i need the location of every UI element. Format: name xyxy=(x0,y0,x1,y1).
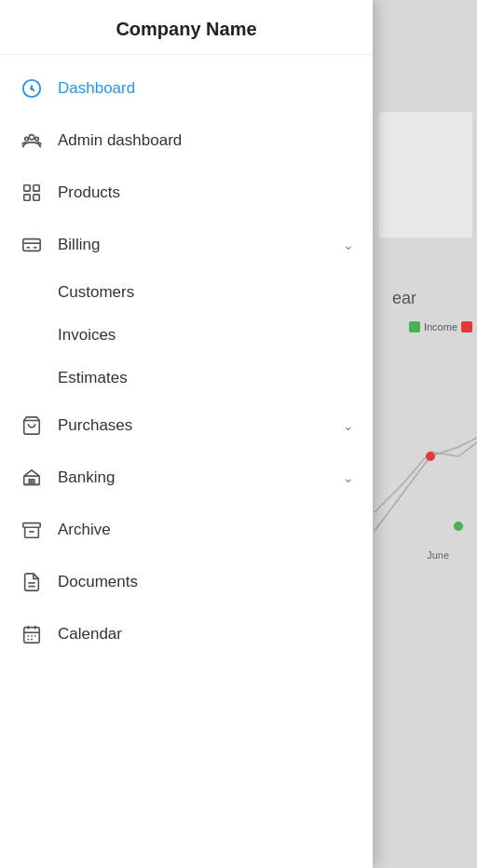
sidebar-item-documents[interactable]: Documents xyxy=(0,556,373,608)
sidebar-item-billing[interactable]: Billing ⌄ xyxy=(0,219,373,271)
sidebar-item-label-estimates: Estimates xyxy=(58,369,128,387)
green-dot xyxy=(454,522,463,531)
svg-point-4 xyxy=(35,137,39,141)
sidebar: Company Name Dashboard xyxy=(0,0,373,868)
sidebar-item-label-banking: Banking xyxy=(58,468,343,487)
dashboard-icon xyxy=(19,75,45,102)
sidebar-item-label-archive: Archive xyxy=(58,521,354,539)
svg-rect-16 xyxy=(29,480,31,483)
banking-icon xyxy=(19,465,45,491)
year-label: ear xyxy=(392,289,416,308)
sidebar-item-label-admin: Admin dashboard xyxy=(58,131,354,150)
sidebar-item-products[interactable]: Products xyxy=(0,167,373,219)
income-legend-label: Income xyxy=(424,321,457,332)
billing-icon xyxy=(19,232,45,258)
svg-point-2 xyxy=(29,135,34,141)
chart-legend: Income xyxy=(409,321,472,332)
documents-icon xyxy=(19,569,45,595)
sidebar-item-label-products: Products xyxy=(58,183,354,202)
sidebar-item-label-billing: Billing xyxy=(58,236,343,254)
sidebar-item-admin-dashboard[interactable]: Admin dashboard xyxy=(0,115,373,167)
purchases-icon xyxy=(19,413,45,439)
billing-chevron-icon: ⌄ xyxy=(343,237,354,252)
svg-rect-17 xyxy=(33,480,34,483)
sidebar-item-banking[interactable]: Banking ⌄ xyxy=(0,452,373,504)
archive-icon xyxy=(19,517,45,543)
expense-legend-dot xyxy=(461,321,472,332)
sidebar-item-invoices[interactable]: Invoices xyxy=(0,314,373,357)
sidebar-item-customers[interactable]: Customers xyxy=(0,271,373,314)
sidebar-item-label-customers: Customers xyxy=(58,283,134,302)
purchases-chevron-icon: ⌄ xyxy=(343,418,354,433)
svg-rect-14 xyxy=(24,476,40,484)
sidebar-item-calendar[interactable]: Calendar xyxy=(0,608,373,660)
income-legend-dot xyxy=(409,321,420,332)
sidebar-item-label-dashboard: Dashboard xyxy=(58,79,354,98)
svg-rect-5 xyxy=(24,185,30,191)
line-chart xyxy=(365,363,477,587)
sidebar-header: Company Name xyxy=(0,0,373,55)
sidebar-item-dashboard[interactable]: Dashboard xyxy=(0,62,373,115)
sidebar-item-archive[interactable]: Archive xyxy=(0,504,373,556)
sidebar-item-label-purchases: Purchases xyxy=(58,416,343,435)
bg-card-1 xyxy=(379,112,472,237)
banking-chevron-icon: ⌄ xyxy=(343,470,354,485)
products-icon xyxy=(19,180,45,206)
nav-list: Dashboard Admin dashboard xyxy=(0,55,373,868)
svg-rect-9 xyxy=(23,239,40,251)
svg-rect-6 xyxy=(34,185,39,191)
june-label: June xyxy=(427,549,449,561)
svg-rect-7 xyxy=(24,195,30,200)
sidebar-item-label-documents: Documents xyxy=(58,573,354,591)
admin-icon xyxy=(19,128,45,154)
sidebar-item-label-invoices: Invoices xyxy=(58,326,116,345)
chart-svg xyxy=(365,363,477,587)
sidebar-item-purchases[interactable]: Purchases ⌄ xyxy=(0,400,373,452)
company-name: Company Name xyxy=(116,19,256,40)
calendar-icon xyxy=(19,621,45,647)
sidebar-item-estimates[interactable]: Estimates xyxy=(0,357,373,400)
svg-point-3 xyxy=(25,137,29,141)
svg-rect-18 xyxy=(23,523,40,528)
svg-point-1 xyxy=(30,87,34,90)
svg-rect-8 xyxy=(34,195,39,200)
sidebar-item-label-calendar: Calendar xyxy=(58,625,354,644)
red-dot xyxy=(426,452,435,461)
